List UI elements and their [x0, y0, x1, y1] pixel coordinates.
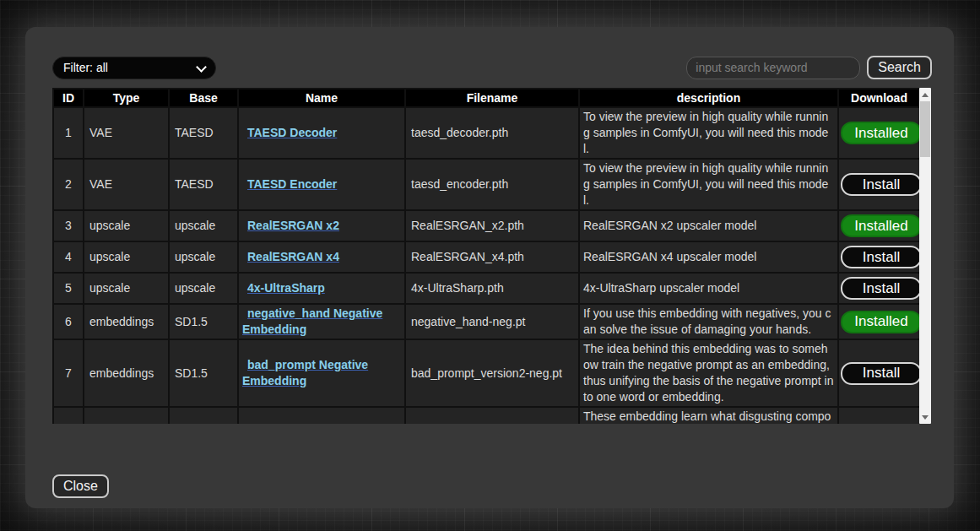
cell-type: upscale	[84, 241, 169, 273]
cell-id: 3	[53, 210, 84, 241]
cell-download: Install	[838, 339, 919, 407]
cell-description: If you use this embedding with negatives…	[579, 304, 838, 339]
install-button[interactable]: Install	[841, 173, 919, 196]
search-group: Search	[686, 56, 932, 79]
cell-download: Install	[838, 273, 919, 304]
cell-filename: taesd_decoder.pth	[405, 107, 579, 159]
model-table-viewport: ID Type Base Name Filename description D…	[52, 88, 919, 424]
filter-select-wrap: Filter: all	[52, 57, 216, 79]
table-scrollbar[interactable]	[919, 88, 931, 424]
cell-filename: taesd_encoder.pth	[405, 159, 579, 210]
table-row: 3 upscale upscale RealESRGAN x2 RealESRG…	[53, 210, 919, 241]
table-row: 1 VAE TAESD TAESD Decoder taesd_decoder.…	[53, 107, 919, 159]
cell-filename: RealESRGAN_x4.pth	[405, 241, 579, 273]
cell-type: upscale	[84, 210, 169, 241]
install-button[interactable]: Install	[841, 246, 919, 268]
model-name-link[interactable]: 4x-UltraSharp	[247, 281, 325, 295]
model-name-link[interactable]: TAESD Decoder	[247, 126, 337, 139]
cell-name: TAESD Decoder	[238, 107, 405, 159]
cell-name: negative_hand Negative Embedding	[238, 304, 405, 339]
cell-id: 5	[53, 273, 84, 304]
cell-type: upscale	[84, 273, 169, 304]
table-row: These embedding learn what disgusting co…	[53, 407, 919, 424]
cell-download: Installed	[838, 107, 919, 159]
header-download: Download	[838, 89, 919, 107]
cell-base: upscale	[169, 210, 238, 241]
cell-id: 7	[53, 339, 84, 407]
cell-description: RealESRGAN x4 upscaler model	[579, 241, 838, 273]
scrollbar-down-arrow-icon[interactable]	[919, 411, 931, 423]
cell-base: TAESD	[169, 107, 238, 159]
filter-select[interactable]: Filter: all	[52, 57, 216, 79]
cell-description: 4x-UltraSharp upscaler model	[579, 273, 838, 304]
scrollbar-up-arrow-icon[interactable]	[919, 89, 931, 100]
cell-type: embeddings	[84, 339, 169, 407]
cell-description: RealESRGAN x2 upscaler model	[579, 210, 838, 241]
cell-filename: RealESRGAN_x2.pth	[405, 210, 579, 241]
model-name-link[interactable]: RealESRGAN x4	[247, 250, 339, 263]
install-button[interactable]: Installed	[841, 214, 919, 237]
search-input[interactable]	[686, 57, 860, 79]
install-button[interactable]: Installed	[841, 122, 919, 144]
cell-name: RealESRGAN x2	[238, 210, 405, 241]
table-row: 7 embeddings SD1.5 bad_prompt Negative E…	[53, 339, 919, 407]
header-name: Name	[238, 89, 405, 107]
cell-id: 2	[53, 159, 84, 210]
cell-filename: 4x-UltraSharp.pth	[405, 273, 579, 304]
cell-id	[53, 407, 84, 424]
cell-base: upscale	[169, 241, 238, 273]
cell-download	[838, 407, 919, 424]
cell-download: Installed	[838, 304, 919, 339]
header-base: Base	[169, 89, 238, 107]
cell-name: TAESD Encoder	[238, 159, 405, 210]
cell-download: Install	[838, 159, 919, 210]
model-manager-dialog: Filter: all Search ID Type Base Name Fi	[25, 27, 954, 508]
model-table-body: 1 VAE TAESD TAESD Decoder taesd_decoder.…	[53, 107, 919, 424]
model-name-link[interactable]: RealESRGAN x2	[247, 219, 339, 232]
cell-description: To view the preview in high quality whil…	[579, 107, 838, 159]
header-filename: Filename	[405, 89, 579, 107]
cell-name	[238, 407, 405, 424]
cell-filename: negative_hand-neg.pt	[405, 304, 579, 339]
table-row: 5 upscale upscale 4x-UltraSharp 4x-Ultra…	[53, 273, 919, 304]
install-button[interactable]: Install	[841, 362, 919, 385]
toolbar: Filter: all Search	[52, 56, 932, 79]
cell-type	[84, 407, 169, 424]
cell-base: SD1.5	[169, 304, 238, 339]
table-row: 4 upscale upscale RealESRGAN x4 RealESRG…	[53, 241, 919, 273]
close-button[interactable]: Close	[52, 474, 109, 498]
header-id: ID	[53, 89, 84, 107]
cell-type: embeddings	[84, 304, 169, 339]
cell-name: 4x-UltraSharp	[238, 273, 405, 304]
cell-base: upscale	[169, 273, 238, 304]
header-type: Type	[84, 89, 169, 107]
cell-base: TAESD	[169, 159, 238, 210]
table-header-row: ID Type Base Name Filename description D…	[53, 89, 919, 107]
cell-filename	[405, 407, 579, 424]
install-button[interactable]: Installed	[841, 311, 919, 333]
install-button[interactable]: Install	[841, 277, 919, 300]
cell-type: VAE	[84, 159, 169, 210]
table-row: 6 embeddings SD1.5 negative_hand Negativ…	[53, 304, 919, 339]
cell-download: Install	[838, 241, 919, 273]
header-description: description	[579, 89, 838, 107]
model-name-link[interactable]: negative_hand Negative Embedding	[242, 306, 382, 336]
cell-id: 4	[53, 241, 84, 273]
cell-description: To view the preview in high quality whil…	[579, 159, 838, 210]
cell-id: 1	[53, 107, 84, 159]
cell-type: VAE	[84, 107, 169, 159]
model-name-link[interactable]: TAESD Encoder	[247, 177, 337, 191]
cell-id: 6	[53, 304, 84, 339]
cell-download: Installed	[838, 210, 919, 241]
model-name-link[interactable]: bad_prompt Negative Embedding	[242, 358, 368, 387]
cell-base: SD1.5	[169, 339, 238, 407]
cell-name: bad_prompt Negative Embedding	[238, 339, 405, 407]
scrollbar-thumb[interactable]	[920, 101, 930, 157]
model-table: ID Type Base Name Filename description D…	[52, 88, 919, 424]
search-button[interactable]: Search	[867, 56, 932, 79]
cell-filename: bad_prompt_version2-neg.pt	[405, 339, 579, 407]
cell-description: The idea behind this embedding was to so…	[579, 339, 838, 407]
table-row: 2 VAE TAESD TAESD Encoder taesd_encoder.…	[53, 159, 919, 210]
cell-name: RealESRGAN x4	[238, 241, 405, 273]
cell-description: These embedding learn what disgusting co…	[579, 407, 838, 424]
